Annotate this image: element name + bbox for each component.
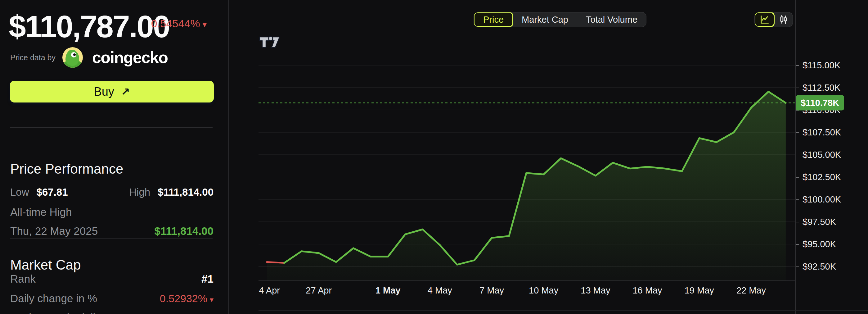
- price-change-percent: 0.54544%▾: [151, 18, 207, 30]
- x-axis-label: 7 May: [479, 285, 504, 296]
- provider-prefix-label: Price data by: [10, 53, 56, 62]
- y-axis-tick: [796, 199, 799, 200]
- provider-attribution: Price data by coingecko: [10, 46, 215, 69]
- high-label: High: [129, 187, 150, 198]
- x-axis-label: 16 May: [632, 285, 662, 296]
- coingecko-wordmark: coingecko: [92, 48, 168, 67]
- x-axis-label: 27 Apr: [306, 285, 332, 296]
- y-axis: $115.00K$112.50K$110.00K$107.50K$105.00K…: [795, 0, 868, 314]
- y-axis-tick: [796, 177, 799, 178]
- line-chart-icon: [760, 14, 770, 25]
- current-price: $110,787.00: [9, 9, 169, 45]
- low-label: Low: [10, 187, 29, 198]
- rank-row: Rank #1: [10, 273, 214, 285]
- x-axis-label: 22 May: [737, 285, 766, 296]
- chart-section: PriceMarket CapTotal Volume 24h7d1m90d18…: [229, 0, 868, 314]
- y-axis-tick: [796, 65, 799, 66]
- y-axis-label: $112.50K: [803, 83, 840, 93]
- daily-change-row: Daily change in % 0.52932%▾: [10, 292, 214, 305]
- clipped-next-row-label: Market cap in dollars: [10, 312, 111, 314]
- x-axis-label: 10 May: [529, 285, 558, 296]
- y-axis-label: $100.00K: [803, 194, 841, 205]
- section-divider: [10, 127, 213, 128]
- x-axis-label: 13 May: [581, 285, 610, 296]
- x-axis: 24 Apr27 Apr1 May4 May7 May10 May13 May1…: [258, 281, 795, 311]
- metric-tab-market-cap[interactable]: Market Cap: [513, 12, 577, 27]
- x-axis-label: 1 May: [375, 285, 401, 296]
- low-value: $67.81: [37, 187, 68, 198]
- high-value: $111,814.00: [158, 187, 214, 198]
- y-axis-label: $95.00K: [803, 239, 836, 249]
- summary-panel: $110,787.00 0.54544%▾ Price data by coin…: [0, 0, 229, 314]
- ath-label: All-time High: [10, 206, 72, 218]
- y-axis-label: $92.50K: [803, 261, 836, 272]
- y-axis-label: $102.50K: [803, 172, 841, 182]
- y-axis-tick: [796, 244, 799, 245]
- chart-type-toggle: [754, 12, 793, 27]
- coingecko-logo-icon: [62, 47, 83, 68]
- y-axis-tick: [796, 222, 799, 222]
- down-triangle-icon: ▾: [210, 295, 214, 304]
- daily-change-number: 0.52932%: [160, 292, 207, 304]
- y-axis-tick: [796, 132, 799, 133]
- rank-label: Rank: [10, 273, 36, 285]
- current-price-badge: $110.78K: [796, 95, 844, 111]
- candlestick-icon: [778, 14, 789, 25]
- metric-tab-total-volume[interactable]: Total Volume: [577, 12, 646, 27]
- tradingview-logo-icon: [258, 35, 281, 50]
- chart-bottom-border: [258, 310, 868, 311]
- y-axis-tick: [796, 155, 799, 155]
- ath-row: Thu, 22 May 2025 $111,814.00: [10, 225, 214, 237]
- y-axis-tick: [796, 266, 799, 267]
- x-axis-label: 24 Apr: [258, 285, 280, 296]
- y-axis-label: $105.00K: [803, 150, 841, 160]
- price-performance-title: Price Performance: [10, 161, 123, 177]
- x-axis-label: 19 May: [685, 285, 714, 296]
- rank-value: #1: [202, 273, 214, 285]
- external-link-arrow-icon: ↗: [121, 85, 130, 98]
- ath-value: $111,814.00: [154, 225, 214, 237]
- price-change-value: 0.54544%: [151, 18, 200, 29]
- market-cap-title: Market Cap: [10, 257, 81, 273]
- section-divider: [10, 238, 213, 238]
- x-axis-label: 4 May: [428, 285, 452, 296]
- line-chart-type-button[interactable]: [754, 12, 775, 27]
- buy-button-label: Buy: [94, 85, 114, 98]
- metric-tab-price[interactable]: Price: [473, 12, 513, 27]
- buy-button[interactable]: Buy ↗: [10, 81, 214, 103]
- y-axis-label: $107.50K: [803, 127, 841, 138]
- y-axis-label: $97.50K: [803, 217, 836, 227]
- price-line-chart[interactable]: [258, 35, 795, 281]
- y-axis-tick: [796, 88, 799, 88]
- daily-change-value: 0.52932%▾: [160, 292, 214, 305]
- down-triangle-icon: ▾: [203, 20, 207, 29]
- metric-tab-group: PriceMarket CapTotal Volume: [473, 12, 646, 27]
- chart-canvas: [258, 35, 795, 281]
- candlestick-chart-type-button[interactable]: [774, 12, 793, 27]
- daily-change-label: Daily change in %: [10, 292, 97, 305]
- low-high-row: Low $67.81 High $111,814.00: [10, 187, 214, 198]
- ath-date: Thu, 22 May 2025: [10, 225, 98, 237]
- y-axis-label: $115.00K: [803, 60, 840, 70]
